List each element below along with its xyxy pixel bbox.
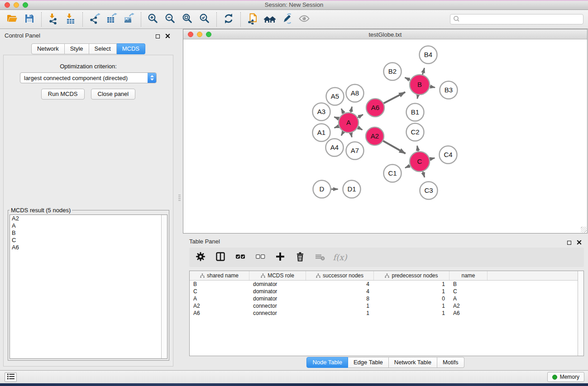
table-row[interactable]: Adominator80A [190, 295, 583, 302]
table-scrollbar[interactable] [578, 271, 583, 356]
table-cell[interactable]: 1 [374, 302, 449, 310]
network-from-file-button[interactable] [244, 11, 261, 28]
table-cell[interactable]: connector [249, 302, 306, 310]
table-cell[interactable]: A6 [449, 310, 488, 317]
graph-edge-A-A6[interactable] [358, 114, 363, 118]
zoom-selected-button[interactable] [196, 11, 213, 28]
table-cell[interactable]: 1 [374, 310, 449, 317]
network-graph[interactable]: B4B2BB3A5A8A6A3B1AA1A2C2A4A7C4CC1DD1C3 [183, 39, 587, 233]
table-cell[interactable]: A6 [190, 310, 249, 317]
criterion-dropdown[interactable]: largest connected component (directed) [20, 72, 157, 83]
mcds-result-item[interactable]: A [10, 222, 167, 229]
zoom-in-button[interactable] [144, 11, 162, 28]
tab-mcds[interactable]: MCDS [117, 43, 145, 54]
table-cell[interactable]: B [449, 281, 488, 288]
column-header-predecessor-nodes[interactable]: predecessor nodes [374, 271, 449, 280]
mcds-result-item[interactable]: C [10, 237, 167, 244]
graph-edge-A-A3[interactable] [334, 117, 339, 119]
graph-edge-A-A8[interactable] [351, 107, 352, 113]
graph-edge-A2-C[interactable] [383, 141, 405, 153]
table-cell[interactable]: dominator [249, 295, 306, 302]
float-table-panel-icon[interactable] [567, 241, 571, 245]
graph-edge-C-C1[interactable] [405, 166, 410, 168]
search-box[interactable] [450, 14, 583, 24]
graph-edge-A-A7[interactable] [351, 133, 352, 137]
table-cell[interactable]: dominator [249, 281, 306, 288]
mcds-result-item[interactable]: A2 [10, 215, 167, 222]
show-columns-button[interactable] [214, 250, 227, 265]
table-settings-button[interactable] [194, 250, 207, 265]
export-image-button[interactable] [120, 11, 138, 28]
resize-grip-icon[interactable] [581, 227, 587, 233]
table-cell[interactable]: connector [249, 310, 306, 317]
import-network-button[interactable] [45, 11, 62, 28]
table-cell[interactable]: dominator [249, 288, 306, 295]
tab-edge-table[interactable]: Edge Table [348, 357, 389, 368]
graph-edge-B-B2[interactable] [405, 77, 411, 80]
graph-edge-B-B4[interactable] [422, 68, 424, 75]
table-cell[interactable]: C [449, 288, 488, 295]
function-builder-button[interactable]: f(x) [333, 250, 347, 265]
table-cell[interactable]: 1 [374, 288, 449, 295]
tab-motifs[interactable]: Motifs [437, 357, 464, 368]
column-header-successor-nodes[interactable]: successor nodes [306, 271, 374, 280]
mcds-result-list[interactable]: A2ABCA6 [10, 214, 167, 359]
graph-edge-A-A1[interactable] [335, 126, 339, 128]
table-cell[interactable]: 0 [374, 295, 449, 302]
table-cell[interactable]: 4 [306, 281, 374, 288]
select-all-button[interactable] [234, 250, 247, 265]
zoom-fit-button[interactable] [179, 11, 196, 28]
mcds-result-item[interactable]: A6 [10, 244, 167, 251]
close-panel-icon[interactable] [165, 32, 170, 40]
deselect-all-button[interactable] [253, 250, 267, 265]
float-panel-icon[interactable] [156, 34, 160, 38]
graph-edge-A-A2[interactable] [358, 128, 362, 130]
save-session-button[interactable] [21, 11, 38, 28]
graph-edge-B-B1[interactable] [417, 95, 418, 99]
open-session-button[interactable] [4, 11, 21, 28]
close-table-panel-icon[interactable] [577, 238, 582, 247]
mcds-result-item[interactable]: B [10, 229, 167, 237]
table-row[interactable]: A2connector11A2 [190, 302, 583, 310]
table-row[interactable]: A6connector11A6 [190, 310, 583, 317]
tab-network-table[interactable]: Network Table [389, 357, 437, 368]
network-window-titlebar[interactable]: testGlobe.txt [183, 29, 587, 39]
search-input[interactable] [460, 15, 583, 24]
import-table-button[interactable] [62, 11, 79, 28]
graph-edge-A6-B[interactable] [384, 92, 406, 104]
graph-edge-C-C2[interactable] [417, 146, 418, 151]
graph-edge-A-A5[interactable] [341, 109, 344, 114]
table-row[interactable]: Bdominator41B [190, 281, 583, 288]
delete-column-button[interactable] [313, 250, 327, 265]
table-cell[interactable]: A2 [449, 302, 488, 310]
tab-node-table[interactable]: Node Table [306, 357, 348, 368]
panel-splitter[interactable] [177, 29, 183, 370]
show-hide-button[interactable] [296, 11, 313, 28]
table-row[interactable]: Cdominator41C [190, 288, 583, 295]
graph-edge-C-C3[interactable] [423, 172, 425, 177]
network-canvas[interactable]: B4B2BB3A5A8A6A3B1AA1A2C2A4A7C4CC1DD1C3 [183, 39, 587, 233]
table-cell[interactable]: 8 [306, 295, 374, 302]
column-header-shared-name[interactable]: shared name [190, 271, 249, 280]
export-table-button[interactable] [103, 11, 120, 28]
result-list-scrollbar[interactable] [161, 215, 167, 358]
tab-network[interactable]: Network [31, 43, 65, 54]
task-history-button[interactable] [5, 372, 17, 382]
graph-edge-B-B3[interactable] [430, 86, 435, 87]
table-cell[interactable]: 1 [374, 281, 449, 288]
column-header-mcds-role[interactable]: MCDS role [249, 271, 306, 280]
first-neighbors-button[interactable] [261, 11, 278, 28]
memory-button[interactable]: Memory [547, 372, 584, 382]
export-network-button[interactable] [86, 11, 103, 28]
annotation-button[interactable] [278, 11, 296, 28]
table-cell[interactable]: B [190, 281, 249, 288]
graph-edge-C-C4[interactable] [430, 158, 435, 159]
delete-rows-button[interactable] [293, 250, 307, 265]
graph-edge-A-A4[interactable] [341, 132, 344, 135]
table-cell[interactable]: 1 [306, 302, 374, 310]
table-cell[interactable]: 4 [306, 288, 374, 295]
refresh-button[interactable] [220, 11, 237, 28]
run-mcds-button[interactable]: Run MCDS [41, 89, 85, 100]
zoom-out-button[interactable] [162, 11, 179, 28]
add-column-button[interactable] [273, 250, 287, 265]
